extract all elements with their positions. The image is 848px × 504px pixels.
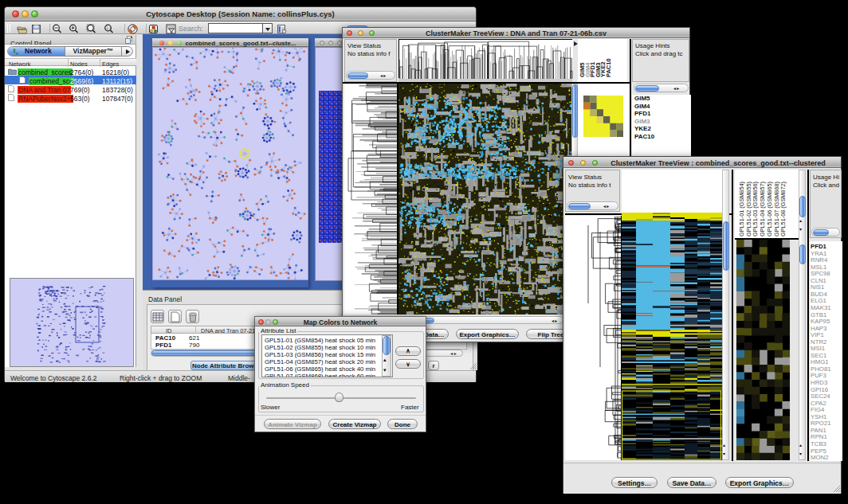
svg-text:GPL51-02 (GSM855): GPL51-02 (GSM855) <box>745 182 752 236</box>
svg-text:GPL51-03 (GSM856): GPL51-03 (GSM856) <box>752 182 759 236</box>
svg-text:GPL51-04 (GSM857): GPL51-04 (GSM857) <box>759 182 766 236</box>
svg-text:PAC10: PAC10 <box>605 58 612 77</box>
svg-text:GPL51-01 (GSM854): GPL51-01 (GSM854) <box>738 182 745 236</box>
svg-text:1:1: 1:1 <box>106 26 112 30</box>
svg-text:GPL51-08 (GSM872): GPL51-08 (GSM872) <box>779 182 787 236</box>
svg-text:GPL51-07 (GSM868): GPL51-07 (GSM868) <box>773 182 780 236</box>
svg-text:GPL51-06 (GSM865): GPL51-06 (GSM865) <box>766 182 773 236</box>
